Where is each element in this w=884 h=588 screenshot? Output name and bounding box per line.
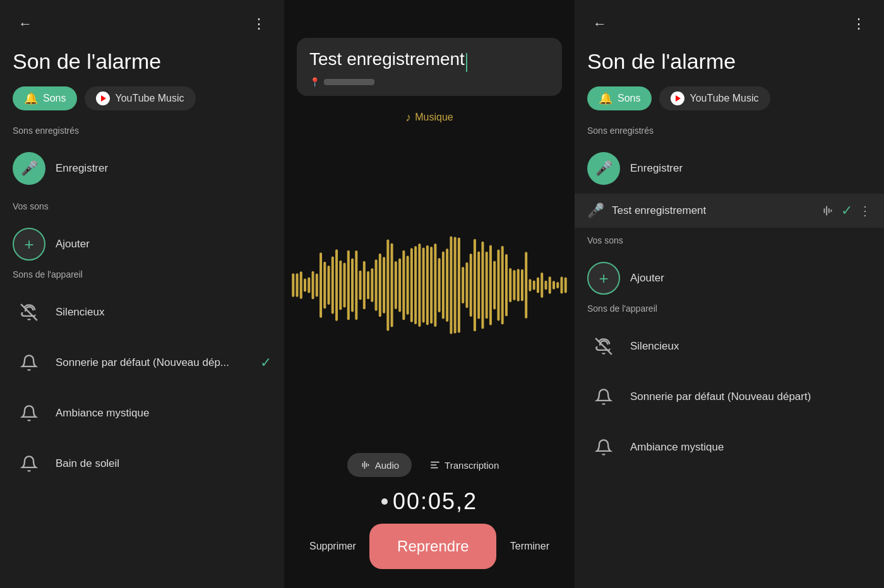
svg-rect-13 — [339, 261, 342, 310]
svg-rect-62 — [533, 281, 535, 290]
tab-transcription[interactable]: Transcription — [417, 453, 511, 477]
right-back-button[interactable]: ← — [587, 11, 612, 37]
recording-card: Test enregistrement 📍 — [297, 38, 562, 96]
tab-sons-label-right: Sons — [618, 93, 640, 104]
mic-circle-left: 🎤 — [13, 152, 45, 185]
tab-youtube-label-left: YouTube Music — [115, 93, 184, 104]
svg-rect-25 — [386, 240, 389, 331]
check-icon-right: ✓ — [841, 203, 852, 219]
left-panel: ← ⋮ Son de l'alarme 🔔 Sons YouTube Music… — [0, 0, 284, 588]
terminer-button[interactable]: Terminer — [510, 541, 549, 552]
audio-wave-icon — [360, 459, 371, 471]
bain-label-left: Bain de soleil — [56, 457, 272, 470]
tab-youtube-left[interactable]: YouTube Music — [85, 86, 195, 110]
music-note-icon: ♪ — [405, 111, 411, 124]
svg-rect-59 — [521, 269, 523, 302]
svg-rect-28 — [398, 259, 401, 312]
supprimer-button[interactable]: Supprimer — [309, 541, 356, 552]
tab-sons-right[interactable]: 🔔 Sons — [587, 86, 652, 110]
reprendre-button[interactable]: Reprendre — [369, 524, 496, 569]
right-header: ← ⋮ — [575, 0, 884, 43]
svg-rect-44 — [462, 267, 464, 303]
bell-icon-ambiance-left — [13, 397, 45, 430]
right-title: Son de l'alarme — [575, 43, 884, 86]
list-item-ambiance-right[interactable]: Ambiance mystique — [575, 422, 884, 473]
ajouter-item-left[interactable]: + Ajouter — [0, 219, 284, 269]
waveform-icon-right — [821, 204, 835, 218]
left-title: Son de l'alarme — [0, 43, 284, 86]
right-more-button[interactable]: ⋮ — [846, 11, 871, 37]
svg-rect-47 — [474, 239, 476, 332]
svg-rect-57 — [513, 270, 515, 300]
svg-rect-24 — [383, 257, 385, 314]
ajouter-item-right[interactable]: + Ajouter — [575, 253, 884, 303]
mic-icon-right: 🎤 — [595, 160, 612, 177]
svg-rect-29 — [402, 250, 405, 320]
mic-circle-right: 🎤 — [587, 152, 620, 185]
sons-appareil-label-left: Sons de l'appareil — [0, 269, 284, 287]
check-icon-left: ✓ — [260, 355, 272, 371]
sonnerie-label-left: Sonnerie par défaut (Nouveau dép... — [56, 356, 250, 369]
enregistrer-item-right[interactable]: 🎤 Enregistrer — [575, 143, 884, 194]
waveform-container — [284, 124, 575, 447]
bottom-tabs: Audio Transcription — [284, 447, 575, 483]
svg-rect-60 — [525, 252, 527, 319]
center-panel: Test enregistrement 📍 ♪ Musique Audio — [284, 0, 575, 588]
svg-rect-5 — [308, 278, 310, 293]
recording-title: Test enregistrement — [309, 49, 549, 72]
left-header: ← ⋮ — [0, 0, 284, 43]
svg-rect-30 — [407, 256, 409, 315]
svg-rect-38 — [438, 258, 441, 312]
silencieux-label-left: Silencieux — [56, 306, 272, 319]
svg-rect-7 — [316, 274, 318, 297]
location-row: 📍 — [309, 77, 549, 87]
list-item-bain-left[interactable]: Bain de soleil — [0, 438, 284, 489]
svg-rect-48 — [477, 252, 480, 319]
bell-off-icon-right — [587, 330, 620, 363]
recording-name-right: Test enregistrement — [612, 204, 813, 217]
list-item-ambiance-left[interactable]: Ambiance mystique — [0, 388, 284, 438]
transcription-icon — [429, 459, 441, 471]
mic-icon-left: 🎤 — [21, 160, 38, 177]
svg-rect-70 — [564, 278, 567, 293]
svg-rect-68 — [556, 282, 559, 288]
enregistrer-item-left[interactable]: 🎤 Enregistrer — [0, 143, 284, 194]
svg-rect-37 — [434, 244, 436, 327]
list-item-sonnerie-right[interactable]: Sonnerie par défaut (Nouveau départ) — [575, 372, 884, 422]
more-icon: ⋮ — [252, 16, 266, 32]
left-more-button[interactable]: ⋮ — [246, 11, 272, 37]
bell-icon-sonnerie-right — [587, 380, 620, 413]
tab-youtube-right[interactable]: YouTube Music — [659, 86, 770, 110]
more-recording-button[interactable]: ⋮ — [859, 203, 871, 218]
list-item-silencieux-left[interactable]: Silencieux — [0, 287, 284, 338]
bell-icon-left — [13, 346, 45, 379]
ajouter-label-right: Ajouter — [630, 272, 871, 285]
tab-sons-left[interactable]: 🔔 Sons — [13, 86, 77, 110]
svg-rect-54 — [501, 246, 504, 325]
youtube-icon-right — [671, 91, 684, 105]
location-bar — [324, 79, 374, 85]
silencieux-label-right: Silencieux — [630, 340, 871, 353]
right-more-icon: ⋮ — [852, 16, 866, 32]
plus-circle-right: + — [587, 262, 620, 295]
sons-enregistres-label-left: Sons enregistrés — [0, 126, 284, 143]
svg-rect-49 — [481, 242, 484, 329]
svg-rect-14 — [343, 263, 346, 308]
svg-rect-26 — [391, 244, 393, 327]
back-icon: ← — [18, 16, 32, 32]
vos-sons-label-right: Vos sons — [575, 228, 884, 253]
svg-rect-61 — [529, 279, 531, 292]
svg-rect-8 — [320, 253, 322, 318]
list-item-sonnerie-left[interactable]: Sonnerie par défaut (Nouveau dép... ✓ — [0, 338, 284, 388]
right-back-icon: ← — [593, 16, 607, 32]
svg-rect-63 — [537, 278, 539, 293]
svg-rect-15 — [347, 250, 350, 320]
list-item-silencieux-right[interactable]: Silencieux — [575, 321, 884, 372]
recording-item-right[interactable]: 🎤 Test enregistrement ✓ ⋮ — [575, 194, 884, 228]
svg-rect-1 — [292, 274, 294, 298]
left-back-button[interactable]: ← — [13, 11, 38, 37]
vos-sons-label-left: Vos sons — [0, 194, 284, 219]
tab-audio[interactable]: Audio — [347, 453, 412, 477]
musique-label: ♪ Musique — [284, 111, 575, 124]
svg-rect-53 — [497, 250, 499, 321]
